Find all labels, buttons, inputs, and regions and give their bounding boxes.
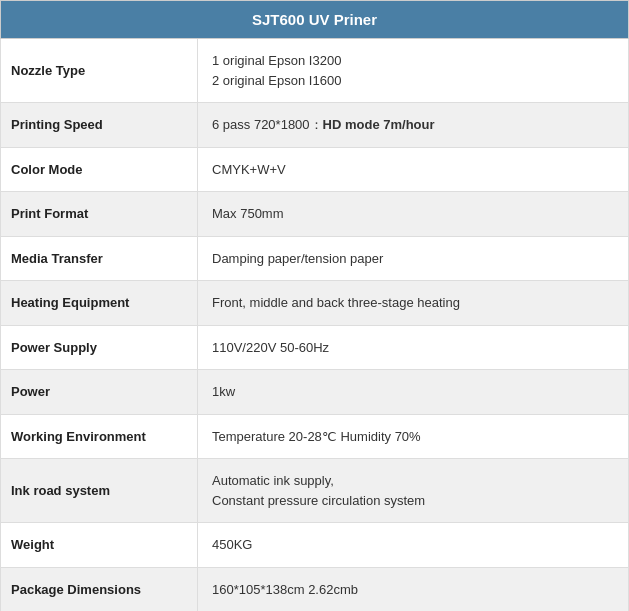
value-line: Constant pressure circulation system [212,493,425,508]
table-row: Ink road systemAutomatic ink supply,Cons… [1,459,629,523]
value-plain-part: 6 pass 720*1800： [212,117,323,132]
row-value: Max 750mm [198,192,629,237]
row-value: Automatic ink supply,Constant pressure c… [198,459,629,523]
table-row: Print FormatMax 750mm [1,192,629,237]
row-label: Color Mode [1,147,198,192]
row-value: 450KG [198,523,629,568]
row-label: Weight [1,523,198,568]
table-row: Color ModeCMYK+W+V [1,147,629,192]
spec-table: SJT600 UV Priner Nozzle Type1 original E… [0,0,629,611]
row-value: 160*105*138cm 2.62cmb [198,567,629,611]
table-row: Working EnvironmentTemperature 20-28℃ Hu… [1,414,629,459]
table-row: Package Dimensions160*105*138cm 2.62cmb [1,567,629,611]
row-label: Media Transfer [1,236,198,281]
value-line: 1 original Epson I3200 [212,53,341,68]
table-row: Media TransferDamping paper/tension pape… [1,236,629,281]
value-line: Automatic ink supply, [212,473,334,488]
row-value: 6 pass 720*1800：HD mode 7m/hour [198,103,629,148]
row-label: Power Supply [1,325,198,370]
value-line: 2 original Epson I1600 [212,73,341,88]
row-label: Printing Speed [1,103,198,148]
row-value: CMYK+W+V [198,147,629,192]
row-value: Damping paper/tension paper [198,236,629,281]
table-row: Power1kw [1,370,629,415]
table-row: Power Supply110V/220V 50-60Hz [1,325,629,370]
row-label: Power [1,370,198,415]
row-label: Package Dimensions [1,567,198,611]
table-title: SJT600 UV Priner [1,1,629,39]
row-label: Ink road system [1,459,198,523]
row-value: Temperature 20-28℃ Humidity 70% [198,414,629,459]
row-value: 1 original Epson I32002 original Epson I… [198,39,629,103]
row-label: Print Format [1,192,198,237]
row-value: Front, middle and back three-stage heati… [198,281,629,326]
table-row: Heating EquipmentFront, middle and back … [1,281,629,326]
table-row: Weight450KG [1,523,629,568]
value-bold-part: HD mode 7m/hour [323,117,435,132]
row-value: 1kw [198,370,629,415]
row-label: Nozzle Type [1,39,198,103]
table-row: Printing Speed6 pass 720*1800：HD mode 7m… [1,103,629,148]
row-label: Heating Equipment [1,281,198,326]
header-row: SJT600 UV Priner [1,1,629,39]
row-label: Working Environment [1,414,198,459]
row-value: 110V/220V 50-60Hz [198,325,629,370]
table-row: Nozzle Type1 original Epson I32002 origi… [1,39,629,103]
